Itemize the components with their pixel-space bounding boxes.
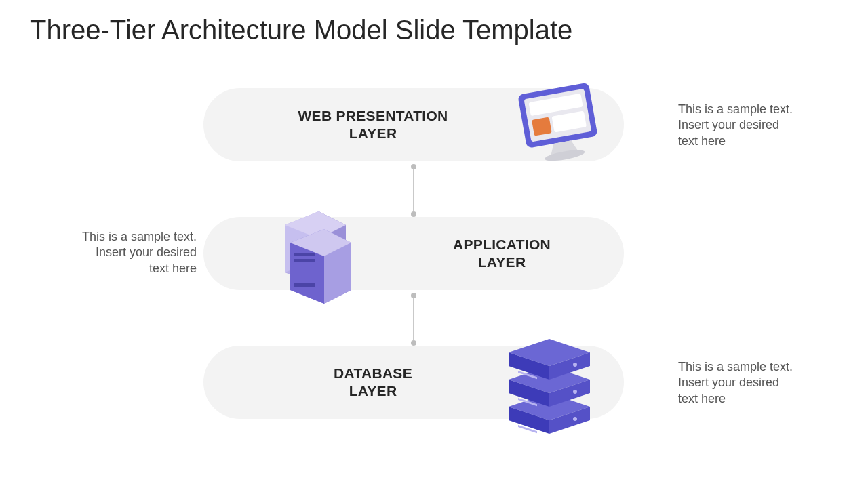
desc-line: Insert your desired — [96, 245, 197, 259]
connector-line — [413, 167, 414, 211]
desc-line: text here — [149, 262, 197, 275]
slide: Three-Tier Architecture Model Slide Temp… — [0, 0, 868, 488]
tier-label: DATABASE LAYER — [285, 365, 461, 401]
svg-rect-15 — [294, 259, 315, 262]
slide-title: Three-Tier Architecture Model Slide Temp… — [30, 15, 572, 45]
desc-line: text here — [678, 392, 726, 405]
tier-label-line1: WEB PRESENTATION — [298, 108, 448, 123]
tier-label-line2: LAYER — [349, 383, 397, 399]
connector-dot — [411, 293, 416, 298]
tier-description: This is a sample text. Insert your desir… — [678, 102, 827, 149]
svg-point-30 — [573, 363, 577, 367]
tier-label: WEB PRESENTATION LAYER — [285, 107, 461, 143]
desc-line: Insert your desired — [678, 375, 779, 389]
svg-rect-16 — [294, 283, 315, 287]
tier-label-line2: LAYER — [478, 254, 526, 270]
svg-point-25 — [573, 390, 577, 394]
desc-line: Insert your desired — [678, 118, 779, 131]
monitor-icon — [509, 75, 610, 176]
svg-point-20 — [573, 417, 577, 421]
tier-stack: WEB PRESENTATION LAYER — [203, 88, 624, 419]
svg-rect-14 — [294, 253, 315, 256]
connector-dot — [411, 164, 416, 169]
tier-label: APPLICATION LAYER — [420, 236, 583, 272]
server-icon — [258, 198, 373, 313]
connector-dot — [411, 211, 416, 217]
tier-web-presentation: WEB PRESENTATION LAYER — [203, 88, 624, 161]
database-icon — [495, 331, 604, 446]
tier-description: This is a sample text. Insert your desir… — [81, 229, 197, 277]
tier-label-line1: APPLICATION — [453, 237, 551, 252]
desc-line: This is a sample text. — [678, 360, 793, 373]
desc-line: This is a sample text. — [82, 230, 197, 243]
desc-line: text here — [678, 134, 726, 148]
tier-label-line2: LAYER — [349, 125, 397, 141]
tier-description: This is a sample text. Insert your desir… — [678, 359, 827, 407]
svg-rect-3 — [532, 117, 552, 136]
connector-dot — [411, 340, 416, 346]
connector-line — [413, 296, 414, 340]
tier-application: APPLICATION LAYER — [203, 217, 624, 290]
tier-label-line1: DATABASE — [334, 365, 412, 381]
desc-line: This is a sample text. — [678, 102, 793, 116]
tier-database: DATABASE LAYER — [203, 346, 624, 419]
